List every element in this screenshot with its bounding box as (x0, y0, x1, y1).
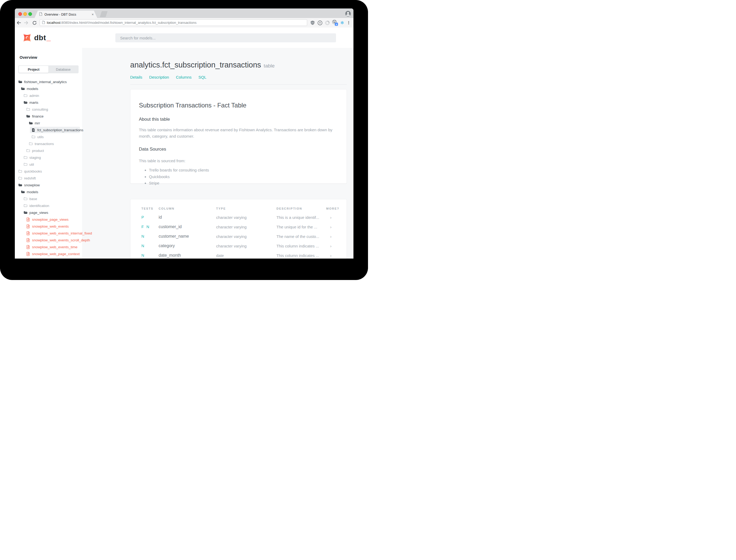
file-red-icon (26, 218, 30, 222)
tree-item-snowplow_web_events_internal_fixed[interactable]: snowplow_web_events_internal_fixed (15, 230, 82, 237)
minimize-window-button[interactable] (23, 12, 27, 16)
loop-swirl-icon[interactable] (324, 19, 331, 26)
new-tab-button[interactable] (100, 11, 107, 17)
tree-item-label: snowplow_web_events_internal_fixed (32, 231, 92, 235)
tree-item-label: models (27, 190, 38, 194)
snowflake-icon[interactable]: ❄ (339, 19, 346, 26)
cell-type: date (216, 253, 224, 258)
expand-row-chevron[interactable]: › (330, 244, 332, 248)
tree-item-redshift[interactable]: redshift (15, 175, 82, 182)
nav-link-sql[interactable]: SQL (199, 75, 206, 79)
table-header-column: COLUMN (159, 207, 175, 210)
tree-item-staging[interactable]: staging (15, 154, 82, 161)
back-icon[interactable] (16, 20, 22, 26)
zoom-window-button[interactable] (28, 12, 32, 16)
tree-item-base[interactable]: base (15, 195, 82, 202)
sidebar: Overview Project Database fishtown_inter… (15, 48, 82, 259)
tree-item-label: snowplow_web_events_scroll_depth (32, 238, 90, 242)
tab-close-icon[interactable]: × (92, 13, 94, 16)
expand-row-chevron[interactable]: › (330, 253, 332, 258)
screenshot: Overview - DBT Docs × (0, 0, 368, 280)
description-card: Subscription Transactions - Fact Table A… (130, 89, 347, 184)
tree-item-snowplow_web_events_time[interactable]: snowplow_web_events_time (15, 243, 82, 250)
tree-item-marts[interactable]: marts (15, 99, 82, 106)
sidebar-overview-link[interactable]: Overview (20, 55, 37, 60)
tree-item-snowplow_page_views[interactable]: snowplow_page_views (15, 216, 82, 223)
tree-item-label: consulting (32, 107, 48, 111)
nav-link-details[interactable]: Details (130, 75, 142, 79)
tree-item-snowplow_web_events_scroll_depth[interactable]: snowplow_web_events_scroll_depth (15, 237, 82, 243)
source-item: Quickbooks (149, 174, 340, 179)
tree-item-util[interactable]: util (15, 161, 82, 168)
expand-row-chevron[interactable]: › (330, 225, 332, 229)
tree-item-finance[interactable]: finance (15, 113, 82, 120)
folder-open-icon (29, 121, 33, 125)
onepassword-icon[interactable] (317, 19, 323, 26)
file-red-icon (26, 238, 30, 242)
tree-item-admin[interactable]: admin (15, 92, 82, 99)
tree-item-label: snowplow_web_events (32, 224, 69, 228)
tree-item-consulting[interactable]: consulting (15, 106, 82, 113)
dbt-logo[interactable]: dbt_ (23, 33, 51, 42)
tree-item-label: util (29, 162, 34, 166)
tab-project[interactable]: Project (19, 66, 48, 73)
power-extension-icon[interactable]: x (332, 19, 339, 26)
file-tree: fishtown_internal_analyticsmodelsadminma… (15, 78, 82, 257)
nav-link-columns[interactable]: Columns (176, 75, 192, 79)
url-bar[interactable]: localhost:8080/index.html#!/model/model.… (40, 19, 307, 26)
tab-database[interactable]: Database (48, 66, 78, 73)
tree-item-fishtown_internal_analytics[interactable]: fishtown_internal_analytics (15, 78, 82, 85)
tree-item-mrr[interactable]: mrr (15, 120, 82, 127)
file-red-icon (26, 231, 30, 235)
cell-tests: N (142, 244, 145, 248)
doc-sources-heading: Data Sources (139, 147, 166, 152)
expand-row-chevron[interactable]: › (330, 234, 332, 239)
file-red-icon (26, 245, 30, 249)
folder-icon (26, 149, 30, 153)
tree-item-models[interactable]: models (15, 188, 82, 195)
tree-item-snowplow[interactable]: snowplow (15, 182, 82, 188)
tree-item-identification[interactable]: identification (15, 202, 82, 209)
source-item: Trello boards for consulting clients (149, 168, 340, 172)
tree-item-quickbooks[interactable]: quickbooks (15, 168, 82, 175)
tree-item-fct_subscription_transactions[interactable]: fct_subscription_transactions (15, 127, 82, 133)
tree-item-product[interactable]: product (15, 147, 82, 154)
tree-item-label: identification (29, 204, 49, 208)
cell-tests: F N (142, 225, 150, 229)
tree-item-label: models (27, 87, 38, 91)
cell-tests: N (142, 253, 145, 258)
cell-type: character varying (216, 225, 247, 229)
close-window-button[interactable] (18, 12, 22, 16)
nav-link-description[interactable]: Description (149, 75, 169, 79)
folder-open-icon (24, 211, 28, 215)
tree-item-label: admin (29, 94, 39, 98)
doc-sources-intro: This table is sourced from: (139, 158, 339, 164)
reload-icon[interactable] (31, 20, 38, 26)
folder-open-icon (18, 183, 22, 187)
tree-item-models[interactable]: models (15, 85, 82, 92)
tree-item-label: base (29, 197, 37, 201)
search-input[interactable] (115, 33, 336, 42)
tree-item-snowplow_web_events[interactable]: snowplow_web_events (15, 223, 82, 230)
ublock-shield-icon[interactable]: UO (309, 19, 316, 26)
tree-item-label: snowplow_web_page_context (32, 252, 80, 256)
file-red-icon (26, 224, 30, 228)
tree-item-snowplow_web_page_context[interactable]: snowplow_web_page_context (15, 250, 82, 257)
tree-item-label: redshift (24, 176, 36, 180)
expand-row-chevron[interactable]: › (330, 215, 332, 220)
forward-icon[interactable] (23, 20, 29, 26)
table-header-type: TYPE (216, 207, 226, 210)
browser-menu-icon[interactable]: ⋮ (345, 19, 352, 26)
tree-item-transactions[interactable]: transactions (15, 140, 82, 147)
model-nav: DetailsDescriptionColumnsSQL (130, 75, 347, 85)
browser-tab[interactable]: Overview - DBT Docs × (34, 11, 97, 18)
profile-avatar[interactable] (345, 11, 351, 16)
svg-text:UO: UO (312, 22, 314, 24)
file-icon (31, 128, 35, 132)
tree-item-utils[interactable]: utils (15, 133, 82, 140)
tree-item-page_views[interactable]: page_views (15, 209, 82, 216)
cell-description: The unique id for the ... (277, 225, 317, 229)
folder-icon (26, 107, 30, 111)
url-text: localhost:8080/index.html#!/model/model.… (47, 21, 197, 25)
doc-about-heading: About this table (139, 117, 170, 122)
